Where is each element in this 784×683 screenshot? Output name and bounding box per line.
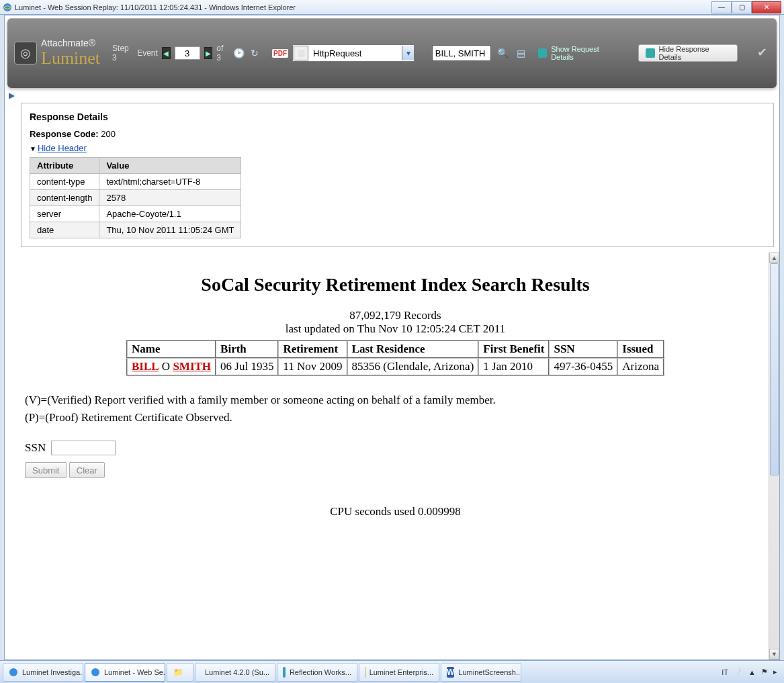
last-name-link[interactable]: SMITH bbox=[173, 360, 211, 373]
scroll-up-button[interactable]: ▲ bbox=[769, 253, 779, 263]
col-ssn: SSN bbox=[549, 340, 617, 358]
filter-icon[interactable]: ▤ bbox=[515, 46, 527, 60]
last-updated: last updated on Thu Nov 10 12:05:24 CET … bbox=[25, 322, 766, 336]
search-input[interactable] bbox=[432, 45, 491, 61]
svg-point-1 bbox=[9, 668, 17, 676]
request-type-icon: ▦ bbox=[294, 46, 308, 60]
cell-name: BILL O SMITH bbox=[127, 358, 216, 375]
table-row: content-typetext/html;charset=UTF-8 bbox=[30, 174, 241, 190]
submit-button[interactable]: Submit bbox=[25, 462, 67, 478]
hide-response-icon bbox=[646, 48, 654, 58]
of-label: of 3 bbox=[216, 44, 228, 62]
ie-icon bbox=[9, 667, 18, 678]
result-row: BILL O SMITH 06 Jul 1935 11 Nov 2009 853… bbox=[127, 358, 664, 375]
minimize-button[interactable]: — bbox=[711, 1, 732, 13]
table-row: content-length2578 bbox=[30, 190, 241, 206]
close-button[interactable]: ✕ bbox=[752, 1, 781, 13]
first-name-link[interactable]: BILL bbox=[132, 360, 159, 373]
window-title: Luminet - Web Session Replay: 11/10/2011… bbox=[15, 3, 296, 11]
brand-line1: Attachmate® bbox=[41, 38, 100, 48]
cell-ssn: 497-36-0455 bbox=[549, 358, 617, 375]
cell-firstbenefit: 1 Jan 2010 bbox=[478, 358, 549, 375]
table-row: serverApache-Coyote/1.1 bbox=[30, 206, 241, 222]
scroll-down-button[interactable]: ▼ bbox=[769, 649, 779, 659]
hide-response-details-button[interactable]: Hide Response Details bbox=[638, 44, 737, 62]
search-icon[interactable]: 🔍 bbox=[496, 46, 509, 60]
clear-button[interactable]: Clear bbox=[69, 462, 105, 478]
refresh-icon[interactable]: ↻ bbox=[249, 46, 261, 60]
svg-point-2 bbox=[91, 668, 99, 676]
luminet-logo-icon: ◎ bbox=[14, 42, 37, 64]
app-icon bbox=[283, 667, 286, 678]
ie-icon bbox=[3, 3, 12, 12]
folder-icon: 📁 bbox=[173, 667, 183, 678]
luminet-toolbar: ◎ Attachmate® Luminet Step 3 Event ◀ ▶ o… bbox=[7, 18, 777, 88]
tray-up-icon[interactable]: ▲ bbox=[748, 668, 756, 676]
col-name: Name bbox=[127, 340, 216, 358]
taskbar-item[interactable]: Luminet - Web Se... bbox=[85, 663, 165, 682]
show-request-details-button[interactable]: Show Request Details bbox=[538, 45, 620, 61]
col-firstbenefit: First Benefit bbox=[478, 340, 549, 358]
cell-residence: 85356 (Glendale, Arizona) bbox=[347, 358, 479, 375]
taskbar-item[interactable]: Luminet Investiga... bbox=[3, 663, 83, 682]
ssn-input[interactable] bbox=[51, 441, 116, 455]
cell-retirement: 11 Nov 2009 bbox=[278, 358, 347, 375]
col-lastresidence: Last Residence bbox=[347, 340, 479, 358]
taskbar-item[interactable]: WLuminetScreensh... bbox=[441, 663, 521, 682]
table-row: dateThu, 10 Nov 2011 11:05:24 GMT bbox=[30, 222, 241, 238]
col-birth: Birth bbox=[216, 340, 278, 358]
brand-line2: Luminet bbox=[41, 48, 100, 69]
col-issued: Issued bbox=[617, 340, 664, 358]
col-value: Value bbox=[99, 158, 241, 174]
response-headers-table: Attribute Value content-typetext/html;ch… bbox=[30, 157, 241, 238]
results-table: Name Birth Retirement Last Residence Fir… bbox=[126, 340, 664, 376]
scroll-thumb[interactable] bbox=[770, 263, 779, 475]
cell-birth: 06 Jul 1935 bbox=[216, 358, 278, 375]
legend-proof: (P)=(Proof) Retirement Certificate Obser… bbox=[25, 411, 766, 424]
request-type-select[interactable]: ▦ HttpRequest ▾ bbox=[292, 44, 415, 62]
request-type-value: HttpRequest bbox=[309, 48, 402, 58]
hide-header-link[interactable]: Hide Header bbox=[38, 143, 87, 153]
next-event-button[interactable]: ▶ bbox=[204, 47, 213, 59]
cpu-seconds: CPU seconds used 0.009998 bbox=[25, 505, 766, 518]
content-frame: ◎ Attachmate® Luminet Step 3 Event ◀ ▶ o… bbox=[4, 15, 780, 660]
checkmark-icon[interactable]: ✔ bbox=[754, 45, 770, 61]
response-code-line: Response Code: 200 bbox=[30, 129, 765, 139]
event-number-input[interactable] bbox=[175, 46, 200, 60]
tray-help-icon[interactable]: ❔ bbox=[734, 668, 743, 676]
prev-event-button[interactable]: ◀ bbox=[162, 47, 171, 59]
clock-icon[interactable]: 🕑 bbox=[232, 46, 245, 60]
pdf-icon[interactable]: PDF bbox=[273, 46, 287, 60]
window-titlebar: Luminet - Web Session Replay: 11/10/2011… bbox=[0, 0, 784, 15]
taskbar-item[interactable]: Luminet Enterpris... bbox=[359, 663, 439, 682]
expand-sidebar-handle[interactable]: ▶ bbox=[5, 91, 779, 101]
step-label: Step 3 bbox=[112, 44, 133, 62]
dropdown-icon[interactable]: ▾ bbox=[402, 46, 414, 60]
response-details-panel: Response Details Response Code: 200 ▼Hid… bbox=[21, 103, 774, 247]
tray-more-icon[interactable]: ▸ bbox=[773, 668, 777, 676]
app-icon bbox=[365, 667, 365, 678]
response-details-heading: Response Details bbox=[30, 111, 765, 122]
ie-icon bbox=[91, 667, 100, 678]
show-request-icon bbox=[538, 48, 547, 58]
maximize-button[interactable]: ▢ bbox=[732, 1, 752, 13]
cell-issued: Arizona bbox=[617, 358, 664, 375]
system-tray: IT ❔ ▲ ⚑ ▸ bbox=[722, 668, 781, 676]
svg-point-0 bbox=[3, 3, 11, 11]
collapse-triangle-icon[interactable]: ▼ bbox=[30, 145, 36, 152]
word-icon: W bbox=[447, 667, 454, 678]
event-label: Event bbox=[137, 48, 158, 58]
tray-flag-icon[interactable]: ⚑ bbox=[761, 668, 768, 676]
ssn-label: SSN bbox=[25, 441, 46, 454]
taskbar-item[interactable]: Luminet 4.2.0 (Su... bbox=[195, 663, 275, 682]
language-indicator[interactable]: IT bbox=[722, 668, 728, 676]
col-attribute: Attribute bbox=[30, 158, 99, 174]
taskbar-item-explorer[interactable]: 📁 bbox=[167, 663, 193, 682]
taskbar: Luminet Investiga... Luminet - Web Se...… bbox=[0, 660, 784, 683]
scrollbar[interactable]: ▲ ▼ bbox=[769, 253, 779, 659]
col-retirement: Retirement bbox=[278, 340, 347, 358]
rendered-page: ▲ ▼ SoCal Security Retirement Index Sear… bbox=[5, 253, 779, 659]
taskbar-item[interactable]: Reflection Works... bbox=[277, 663, 357, 682]
legend-verified: (V)=(Verified) Report verified with a fa… bbox=[25, 394, 766, 407]
page-title: SoCal Security Retirement Index Search R… bbox=[25, 274, 766, 295]
